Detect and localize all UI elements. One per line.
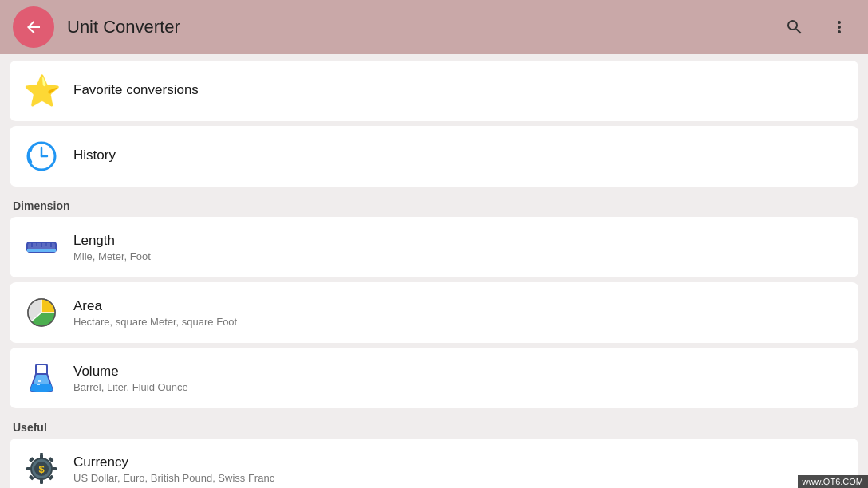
currency-title: Currency xyxy=(73,455,274,470)
currency-icon: $ xyxy=(22,450,61,488)
svg-rect-23 xyxy=(52,467,57,470)
list-item-favorites[interactable]: ⭐ Favorite conversions xyxy=(10,61,858,121)
history-title: History xyxy=(73,148,116,163)
section-useful: Useful xyxy=(10,413,858,439)
length-subtitle: Mile, Meter, Foot xyxy=(73,250,151,262)
svg-rect-22 xyxy=(26,467,31,470)
svg-rect-9 xyxy=(27,249,56,252)
search-button[interactable] xyxy=(779,11,811,43)
list-item-volume[interactable]: Volume Barrel, Liter, Fluid Ounce xyxy=(10,348,858,408)
list-item-currency[interactable]: $ Currency US Dollar, Euro, British Poun… xyxy=(10,439,858,488)
currency-subtitle: US Dollar, Euro, British Pound, Swiss Fr… xyxy=(73,472,274,484)
svg-rect-21 xyxy=(40,479,43,484)
volume-title: Volume xyxy=(73,364,188,380)
area-icon xyxy=(22,293,61,332)
list-item-length[interactable]: Length Mile, Meter, Foot xyxy=(10,217,858,277)
area-subtitle: Hectare, square Meter, square Foot xyxy=(73,316,237,328)
volume-subtitle: Barrel, Liter, Fluid Ounce xyxy=(73,381,188,393)
list-item-history[interactable]: History xyxy=(10,126,858,187)
section-dimension: Dimension xyxy=(10,191,858,217)
volume-icon xyxy=(22,359,61,397)
header-actions xyxy=(779,11,855,43)
back-button[interactable] xyxy=(13,6,54,48)
area-title: Area xyxy=(73,298,237,314)
content-area: ⭐ Favorite conversions History Dimension xyxy=(0,54,868,488)
list-item-area[interactable]: Area Hectare, square Meter, square Foot xyxy=(10,282,858,343)
star-icon: ⭐ xyxy=(22,72,61,110)
length-title: Length xyxy=(73,233,151,249)
app-header: Unit Converter xyxy=(0,0,868,54)
favorites-title: Favorite conversions xyxy=(73,82,199,98)
app-title: Unit Converter xyxy=(67,17,779,37)
history-icon xyxy=(22,137,61,175)
svg-rect-20 xyxy=(40,454,43,458)
ruler-icon xyxy=(22,228,61,266)
more-options-button[interactable] xyxy=(823,11,855,43)
watermark: www.QT6.COM xyxy=(798,475,868,488)
svg-text:$: $ xyxy=(38,463,45,475)
